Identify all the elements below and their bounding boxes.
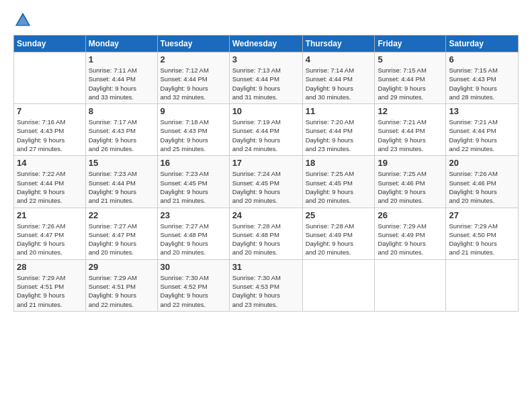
day-info: Sunrise: 7:23 AM Sunset: 4:44 PM Dayligh…	[89, 169, 154, 205]
calendar-cell: 13Sunrise: 7:21 AM Sunset: 4:44 PM Dayli…	[446, 104, 519, 156]
calendar-cell: 16Sunrise: 7:23 AM Sunset: 4:45 PM Dayli…	[157, 156, 229, 208]
calendar-cell: 31Sunrise: 7:30 AM Sunset: 4:53 PM Dayli…	[229, 259, 302, 311]
calendar-cell	[375, 259, 446, 311]
day-info: Sunrise: 7:30 AM Sunset: 4:52 PM Dayligh…	[161, 273, 226, 309]
calendar-cell: 3Sunrise: 7:13 AM Sunset: 4:44 PM Daylig…	[229, 52, 302, 104]
calendar-cell: 7Sunrise: 7:16 AM Sunset: 4:43 PM Daylig…	[14, 104, 86, 156]
day-number: 13	[449, 106, 515, 116]
calendar-cell: 19Sunrise: 7:25 AM Sunset: 4:46 PM Dayli…	[375, 156, 446, 208]
day-number: 11	[306, 106, 372, 116]
day-info: Sunrise: 7:27 AM Sunset: 4:47 PM Dayligh…	[89, 222, 154, 257]
day-info: Sunrise: 7:26 AM Sunset: 4:46 PM Dayligh…	[449, 169, 515, 205]
calendar-cell	[302, 259, 375, 311]
day-info: Sunrise: 7:30 AM Sunset: 4:53 PM Dayligh…	[232, 273, 300, 309]
day-number: 23	[161, 210, 226, 220]
day-info: Sunrise: 7:21 AM Sunset: 4:44 PM Dayligh…	[378, 118, 443, 153]
calendar-week-3: 14Sunrise: 7:22 AM Sunset: 4:44 PM Dayli…	[14, 156, 519, 208]
calendar-cell: 25Sunrise: 7:28 AM Sunset: 4:49 PM Dayli…	[302, 208, 375, 259]
day-info: Sunrise: 7:24 AM Sunset: 4:45 PM Dayligh…	[232, 169, 300, 205]
day-info: Sunrise: 7:28 AM Sunset: 4:48 PM Dayligh…	[232, 222, 300, 257]
calendar-cell	[446, 259, 519, 311]
day-info: Sunrise: 7:25 AM Sunset: 4:46 PM Dayligh…	[378, 169, 443, 205]
calendar-cell: 22Sunrise: 7:27 AM Sunset: 4:47 PM Dayli…	[85, 208, 157, 259]
day-number: 12	[378, 106, 443, 116]
calendar-cell: 24Sunrise: 7:28 AM Sunset: 4:48 PM Dayli…	[229, 208, 302, 259]
calendar-cell: 2Sunrise: 7:12 AM Sunset: 4:44 PM Daylig…	[157, 52, 229, 104]
calendar-week-1: 1Sunrise: 7:11 AM Sunset: 4:44 PM Daylig…	[14, 52, 519, 104]
day-number: 28	[17, 262, 83, 272]
day-info: Sunrise: 7:11 AM Sunset: 4:44 PM Dayligh…	[89, 66, 154, 101]
day-header-friday: Friday	[375, 36, 446, 52]
calendar-cell: 21Sunrise: 7:26 AM Sunset: 4:47 PM Dayli…	[14, 208, 86, 259]
day-info: Sunrise: 7:29 AM Sunset: 4:50 PM Dayligh…	[449, 222, 515, 257]
calendar-cell: 20Sunrise: 7:26 AM Sunset: 4:46 PM Dayli…	[446, 156, 519, 208]
day-number: 27	[449, 210, 515, 220]
day-number: 18	[306, 158, 372, 168]
day-number: 20	[449, 158, 515, 168]
day-number: 10	[232, 106, 300, 116]
day-number: 16	[161, 158, 226, 168]
day-number: 25	[306, 210, 372, 220]
day-number: 14	[17, 158, 83, 168]
day-number: 2	[161, 54, 226, 64]
calendar-cell: 27Sunrise: 7:29 AM Sunset: 4:50 PM Dayli…	[446, 208, 519, 259]
day-info: Sunrise: 7:15 AM Sunset: 4:43 PM Dayligh…	[449, 66, 515, 101]
day-number: 5	[378, 54, 443, 64]
logo	[13, 11, 35, 30]
day-number: 19	[378, 158, 443, 168]
day-info: Sunrise: 7:25 AM Sunset: 4:45 PM Dayligh…	[306, 169, 372, 205]
day-info: Sunrise: 7:28 AM Sunset: 4:49 PM Dayligh…	[306, 222, 372, 257]
day-number: 7	[17, 106, 83, 116]
logo-icon	[13, 11, 32, 30]
day-number: 31	[232, 262, 300, 272]
calendar-cell: 14Sunrise: 7:22 AM Sunset: 4:44 PM Dayli…	[14, 156, 86, 208]
day-info: Sunrise: 7:27 AM Sunset: 4:48 PM Dayligh…	[161, 222, 226, 257]
day-number: 30	[161, 262, 226, 272]
day-number: 4	[306, 54, 372, 64]
day-number: 1	[89, 54, 154, 64]
day-info: Sunrise: 7:18 AM Sunset: 4:43 PM Dayligh…	[161, 118, 226, 153]
calendar-cell: 4Sunrise: 7:14 AM Sunset: 4:44 PM Daylig…	[302, 52, 375, 104]
calendar-week-5: 28Sunrise: 7:29 AM Sunset: 4:51 PM Dayli…	[14, 259, 519, 311]
day-info: Sunrise: 7:20 AM Sunset: 4:44 PM Dayligh…	[306, 118, 372, 153]
day-header-monday: Monday	[85, 36, 157, 52]
calendar-cell: 29Sunrise: 7:29 AM Sunset: 4:51 PM Dayli…	[85, 259, 157, 311]
calendar-cell: 26Sunrise: 7:29 AM Sunset: 4:49 PM Dayli…	[375, 208, 446, 259]
calendar-cell: 8Sunrise: 7:17 AM Sunset: 4:43 PM Daylig…	[85, 104, 157, 156]
day-number: 8	[89, 106, 154, 116]
day-number: 24	[232, 210, 300, 220]
day-header-saturday: Saturday	[446, 36, 519, 52]
day-info: Sunrise: 7:29 AM Sunset: 4:49 PM Dayligh…	[378, 222, 443, 257]
day-header-thursday: Thursday	[302, 36, 375, 52]
day-header-tuesday: Tuesday	[157, 36, 229, 52]
calendar-cell: 5Sunrise: 7:15 AM Sunset: 4:44 PM Daylig…	[375, 52, 446, 104]
day-number: 15	[89, 158, 154, 168]
calendar-table: SundayMondayTuesdayWednesdayThursdayFrid…	[13, 35, 519, 312]
page-container: SundayMondayTuesdayWednesdayThursdayFrid…	[0, 0, 532, 318]
calendar-cell: 18Sunrise: 7:25 AM Sunset: 4:45 PM Dayli…	[302, 156, 375, 208]
day-info: Sunrise: 7:12 AM Sunset: 4:44 PM Dayligh…	[161, 66, 226, 101]
calendar-cell: 23Sunrise: 7:27 AM Sunset: 4:48 PM Dayli…	[157, 208, 229, 259]
calendar-cell: 15Sunrise: 7:23 AM Sunset: 4:44 PM Dayli…	[85, 156, 157, 208]
day-header-wednesday: Wednesday	[229, 36, 302, 52]
calendar-week-4: 21Sunrise: 7:26 AM Sunset: 4:47 PM Dayli…	[14, 208, 519, 259]
calendar-cell	[14, 52, 86, 104]
day-info: Sunrise: 7:21 AM Sunset: 4:44 PM Dayligh…	[449, 118, 515, 153]
calendar-cell: 12Sunrise: 7:21 AM Sunset: 4:44 PM Dayli…	[375, 104, 446, 156]
calendar-cell: 1Sunrise: 7:11 AM Sunset: 4:44 PM Daylig…	[85, 52, 157, 104]
day-info: Sunrise: 7:26 AM Sunset: 4:47 PM Dayligh…	[17, 222, 83, 257]
calendar-cell: 9Sunrise: 7:18 AM Sunset: 4:43 PM Daylig…	[157, 104, 229, 156]
calendar-cell: 11Sunrise: 7:20 AM Sunset: 4:44 PM Dayli…	[302, 104, 375, 156]
day-info: Sunrise: 7:29 AM Sunset: 4:51 PM Dayligh…	[17, 273, 83, 309]
day-info: Sunrise: 7:19 AM Sunset: 4:44 PM Dayligh…	[232, 118, 300, 153]
day-number: 9	[161, 106, 226, 116]
day-number: 26	[378, 210, 443, 220]
calendar-week-2: 7Sunrise: 7:16 AM Sunset: 4:43 PM Daylig…	[14, 104, 519, 156]
day-info: Sunrise: 7:15 AM Sunset: 4:44 PM Dayligh…	[378, 66, 443, 101]
day-info: Sunrise: 7:13 AM Sunset: 4:44 PM Dayligh…	[232, 66, 300, 101]
day-info: Sunrise: 7:23 AM Sunset: 4:45 PM Dayligh…	[161, 169, 226, 205]
day-info: Sunrise: 7:17 AM Sunset: 4:43 PM Dayligh…	[89, 118, 154, 153]
page-header	[13, 11, 519, 30]
calendar-cell: 28Sunrise: 7:29 AM Sunset: 4:51 PM Dayli…	[14, 259, 86, 311]
calendar-cell: 30Sunrise: 7:30 AM Sunset: 4:52 PM Dayli…	[157, 259, 229, 311]
